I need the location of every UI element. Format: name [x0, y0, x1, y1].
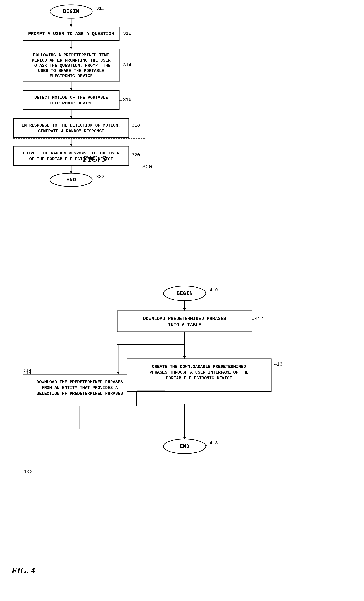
svg-text:322: 322 [96, 174, 104, 179]
svg-marker-55 [183, 308, 186, 311]
svg-marker-5 [70, 24, 72, 27]
svg-text:DOWNLOAD PREDETERMINED PHRASES: DOWNLOAD PREDETERMINED PHRASES [143, 316, 226, 321]
svg-text:412: 412 [255, 316, 263, 321]
svg-text:DETECT MOTION OF THE PORTABLE: DETECT MOTION OF THE PORTABLE [34, 95, 108, 100]
svg-text:GENERATE A RANDOM RESPONSE: GENERATE A RANDOM RESPONSE [38, 129, 104, 134]
svg-text:TO ASK THE QUESTION, PROMPT TH: TO ASK THE QUESTION, PROMPT THE [32, 63, 110, 68]
svg-rect-56 [117, 311, 252, 332]
svg-text:FOLLOWING A PREDETERMINED TIME: FOLLOWING A PREDETERMINED TIME [33, 53, 109, 58]
svg-text:END: END [180, 443, 189, 449]
svg-text:310: 310 [96, 6, 104, 11]
svg-text:IN RESPONSE TO THE DETECTION O: IN RESPONSE TO THE DETECTION OF MOTION, [22, 123, 121, 128]
svg-text:PHRASES THROUGH A USER INTERFA: PHRASES THROUGH A USER INTERFACE OF THE [150, 370, 249, 375]
svg-rect-73 [127, 359, 271, 391]
fig3-caption: FIG. 3 [83, 154, 106, 164]
svg-text:316: 316 [123, 97, 131, 102]
svg-text:PROMPT A USER TO ASK A QUESTIO: PROMPT A USER TO ASK A QUESTION [28, 31, 114, 36]
svg-text:BEGIN: BEGIN [63, 9, 79, 14]
svg-text:414: 414 [23, 368, 31, 374]
svg-text:FROM AN ENTITY THAT PROVIDES A: FROM AN ENTITY THAT PROVIDES A [42, 386, 118, 390]
svg-line-90 [206, 445, 209, 446]
svg-text:314: 314 [123, 62, 131, 68]
svg-text:USER TO SHAKE THE PORTABLE: USER TO SHAKE THE PORTABLE [38, 69, 104, 73]
svg-text:312: 312 [123, 31, 131, 36]
svg-text:416: 416 [274, 362, 282, 367]
svg-rect-37 [13, 146, 129, 165]
svg-text:CREATE THE DOWNLOADABLE PREDET: CREATE THE DOWNLOADABLE PREDETERMINED [152, 364, 246, 369]
svg-text:END: END [66, 177, 76, 183]
svg-marker-11 [70, 47, 72, 49]
fig4-flowchart: BEGIN 410 DOWNLOAD PREDETERMINED PHRASES… [11, 285, 358, 535]
svg-text:320: 320 [132, 152, 140, 158]
svg-marker-66 [117, 372, 120, 374]
page: BEGIN 310 PROMPT A USER TO ASK A QUESTIO… [0, 0, 364, 601]
fig3-flowchart: BEGIN 310 PROMPT A USER TO ASK A QUESTIO… [11, 4, 223, 187]
svg-marker-63 [183, 356, 186, 359]
svg-text:BEGIN: BEGIN [177, 290, 193, 296]
svg-text:ELECTRONIC DEVICE: ELECTRONIC DEVICE [49, 101, 93, 106]
svg-text:ELECTRONIC DEVICE: ELECTRONIC DEVICE [49, 74, 93, 79]
svg-rect-29 [13, 118, 129, 138]
svg-rect-22 [23, 90, 119, 110]
svg-text:410: 410 [210, 288, 218, 293]
fig4-caption: FIG. 4 [11, 566, 35, 575]
svg-text:INTO A TABLE: INTO A TABLE [168, 322, 201, 327]
svg-marker-21 [70, 88, 72, 90]
svg-text:PERIOD AFTER PROMPTING THE USE: PERIOD AFTER PROMPTING THE USER [32, 58, 110, 63]
svg-text:DOWNLOAD THE PREDETERMINED PHR: DOWNLOAD THE PREDETERMINED PHRASES [37, 380, 123, 385]
svg-text:SELECTION PF PREDETERMINED PHR: SELECTION PF PREDETERMINED PHRASES [37, 391, 123, 396]
svg-marker-36 [70, 144, 72, 146]
svg-text:418: 418 [210, 441, 218, 446]
svg-text:318: 318 [132, 123, 140, 128]
svg-text:PORTABLE ELECTRONIC DEVICE: PORTABLE ELECTRONIC DEVICE [166, 376, 232, 381]
svg-line-47 [92, 179, 95, 179]
svg-marker-28 [70, 116, 72, 118]
